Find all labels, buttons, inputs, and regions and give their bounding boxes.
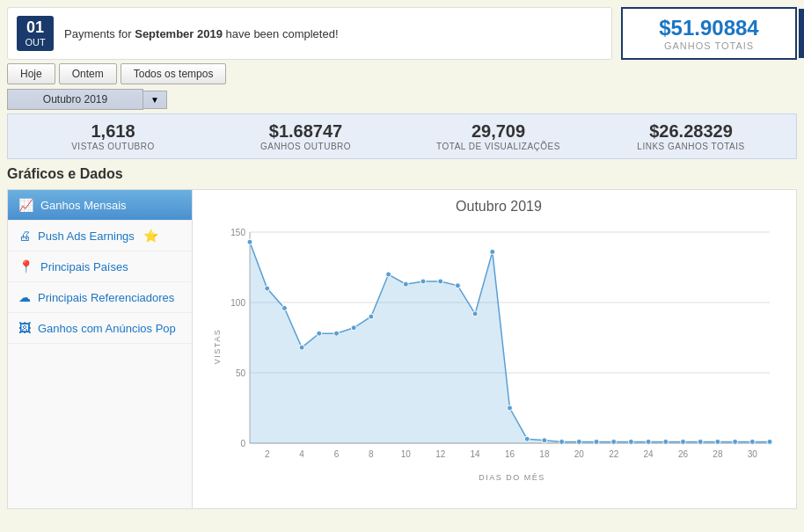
sidebar-item-label: Ganhos Mensais [40,199,127,212]
y-axis-label: VISTAS [213,329,222,364]
stat-label: GANHOS OUTUBRO [209,142,402,151]
stat-item-vistas: 1,618 VISTAS OUTUBRO [17,121,209,151]
totais-tab: TOTAIS [799,9,804,58]
stat-value: $1.68747 [209,121,402,142]
main-content: 📈 Ganhos Mensais 🖨 Push Ads Earnings ⭐ 📍… [7,189,797,509]
svg-point-33 [386,272,391,277]
svg-point-25 [247,239,252,244]
sidebar-item-label: Push Ads Earnings [38,230,135,243]
svg-text:24: 24 [644,449,654,459]
image-icon: 🖼 [18,321,31,335]
star-icon: ⭐ [143,229,158,243]
svg-point-29 [317,331,322,336]
date-badge: 01 OUT [17,16,54,51]
filter-all-time[interactable]: Todos os tempos [121,63,227,84]
svg-point-38 [472,311,478,317]
svg-text:12: 12 [435,449,446,459]
stat-value: 1,618 [17,121,209,142]
svg-point-26 [265,286,270,291]
chart-area: Outubro 2019 VISTAS 05010015024681012141… [193,190,796,508]
svg-point-34 [403,281,408,287]
svg-point-27 [281,305,287,310]
svg-point-30 [334,331,340,336]
totals-box: $51.90884 GANHOS TOTAIS TOTAIS [621,7,797,60]
svg-text:50: 50 [236,368,246,378]
sidebar-item-principais-paises[interactable]: 📍 Principais Países [8,251,192,282]
svg-point-28 [299,345,304,350]
svg-text:30: 30 [748,449,758,459]
svg-point-39 [490,249,495,254]
svg-point-47 [628,439,633,444]
svg-text:6: 6 [334,449,340,459]
sidebar-menu: 📈 Ganhos Mensais 🖨 Push Ads Earnings ⭐ 📍… [8,190,193,508]
sidebar-item-ganhos-pop[interactable]: 🖼 Ganhos com Anúncios Pop [8,313,192,344]
svg-point-49 [663,439,669,444]
stats-row: 1,618 VISTAS OUTUBRO $1.68747 GANHOS OUT… [7,113,797,159]
svg-point-41 [524,436,530,441]
printer-icon: 🖨 [18,229,31,243]
svg-point-40 [508,405,513,411]
notification-text: Payments for September 2019 have been co… [64,27,339,40]
svg-point-52 [715,439,720,444]
svg-text:0: 0 [240,439,245,448]
svg-point-50 [681,439,686,444]
cloud-icon: ☁ [18,290,31,304]
totals-label: GANHOS TOTAIS [664,40,754,51]
svg-point-37 [455,283,460,288]
x-axis-label: DIAS DO MÊS [245,473,778,482]
sidebar-item-ganhos-mensais[interactable]: 📈 Ganhos Mensais [8,190,192,221]
svg-point-31 [351,325,356,331]
svg-point-54 [749,439,755,444]
totals-amount: $51.90884 [659,16,758,40]
svg-text:22: 22 [609,449,619,459]
svg-text:26: 26 [678,449,689,459]
month-dropdown-arrow[interactable]: ▼ [143,91,167,109]
svg-point-43 [559,439,565,444]
filter-today[interactable]: Hoje [7,63,55,84]
svg-point-32 [369,314,374,319]
svg-point-51 [698,439,703,444]
svg-text:18: 18 [539,449,550,459]
chart-title: Outubro 2019 [219,199,778,215]
stat-label: LINKS GANHOS TOTAIS [595,142,787,151]
sidebar-item-label: Principais Referenciadores [38,291,174,304]
svg-point-36 [438,279,443,284]
sidebar-item-principais-ref[interactable]: ☁ Principais Referenciadores [8,282,192,313]
svg-text:150: 150 [230,228,245,237]
svg-point-53 [733,439,738,444]
svg-point-48 [646,439,651,444]
svg-point-45 [594,439,599,444]
svg-text:2: 2 [265,449,270,459]
svg-text:10: 10 [401,449,412,459]
stat-label: VISTAS OUTUBRO [17,142,209,151]
svg-text:20: 20 [574,449,585,459]
date-day: 01 [24,19,47,37]
stat-value: $26.28329 [595,121,787,142]
stat-label: TOTAL DE VISUALIZAÇÕES [402,142,595,151]
svg-text:14: 14 [471,449,481,459]
date-month: OUT [24,37,47,47]
svg-text:28: 28 [713,449,723,459]
sidebar-item-label: Ganhos com Anúncios Pop [38,322,176,335]
filter-yesterday[interactable]: Ontem [59,63,117,84]
svg-text:100: 100 [230,298,245,308]
svg-point-42 [542,438,547,443]
sidebar-item-label: Principais Países [40,260,128,273]
month-selector-input[interactable] [7,89,143,110]
svg-text:8: 8 [369,449,374,459]
svg-point-44 [576,439,581,444]
section-title: Gráficos e Dados [7,166,797,182]
stat-value: 29,709 [402,121,595,142]
svg-text:16: 16 [505,449,515,459]
svg-point-46 [611,439,617,444]
svg-point-35 [420,279,426,284]
filter-row: Hoje Ontem Todos os tempos [7,63,797,84]
stat-item-ganhos: $1.68747 GANHOS OUTUBRO [209,121,402,151]
sidebar-item-push-ads[interactable]: 🖨 Push Ads Earnings ⭐ [8,221,192,251]
notification-bar: 01 OUT Payments for September 2019 have … [7,7,612,60]
location-icon: 📍 [18,259,33,273]
chart-icon: 📈 [18,198,33,212]
svg-point-55 [767,439,772,444]
stat-item-total-visualizacoes: 29,709 TOTAL DE VISUALIZAÇÕES [402,121,595,151]
chart-svg: 05010015024681012141618202224262830 [219,223,778,470]
